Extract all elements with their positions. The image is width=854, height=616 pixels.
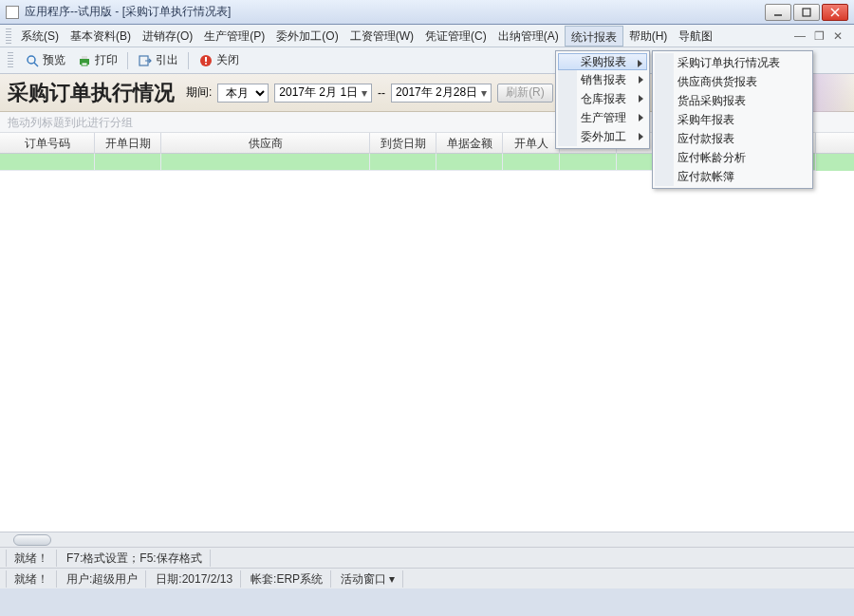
- menu-invoice[interactable]: 进销存(O): [137, 26, 198, 47]
- status-ready: 就绪！: [6, 570, 57, 588]
- close-button[interactable]: [822, 4, 848, 21]
- data-grid: 订单号码 开单日期 供应商 到货日期 单据金额 开单人 审核人 审 码: [0, 133, 854, 532]
- toolbar-grip: [8, 52, 13, 69]
- preview-label: 预览: [43, 52, 65, 68]
- date-from-input[interactable]: 2017年 2月 1日▾: [274, 84, 372, 103]
- status-ready: 就绪！: [6, 550, 57, 567]
- menu-help[interactable]: 帮助(H): [623, 26, 674, 47]
- print-icon: [77, 53, 92, 68]
- menu-bar: 系统(S) 基本资料(B) 进销存(O) 生产管理(P) 委外加工(O) 工资管…: [0, 25, 854, 47]
- period-label: 期间:: [186, 84, 212, 101]
- preview-icon: [25, 53, 40, 68]
- mi-po-execution[interactable]: 采购订单执行情况表: [655, 53, 810, 72]
- refresh-button[interactable]: 刷新(R): [497, 84, 553, 103]
- status-bar-1: 就绪！ F7:格式设置；F5:保存格式: [0, 547, 854, 568]
- submenu-production[interactable]: 生产管理: [558, 108, 647, 127]
- page-title: 采购订单执行情况: [8, 79, 175, 107]
- mdi-restore-icon[interactable]: ❐: [812, 29, 826, 43]
- status-window[interactable]: 活动窗口 ▾: [333, 570, 403, 588]
- print-button[interactable]: 打印: [73, 50, 121, 71]
- period-select[interactable]: 本月: [217, 84, 269, 103]
- col-supplier[interactable]: 供应商: [161, 133, 370, 154]
- purchase-reports-submenu: 采购订单执行情况表 供应商供货报表 货品采购报表 采购年报表 应付款报表 应付帐…: [652, 50, 813, 189]
- mi-ap-aging[interactable]: 应付帐龄分析: [655, 148, 810, 167]
- mi-ap-ledger[interactable]: 应付款帐簿: [655, 167, 810, 186]
- maximize-button[interactable]: [793, 4, 820, 21]
- status-user: 用户:超级用户: [59, 570, 146, 588]
- submenu-sales-reports[interactable]: 销售报表: [558, 70, 647, 89]
- export-button[interactable]: 引出: [134, 50, 182, 71]
- menu-system[interactable]: 系统(S): [15, 26, 65, 47]
- col-arrive-date[interactable]: 到货日期: [370, 133, 436, 154]
- close-doc-button[interactable]: 关闭: [195, 50, 243, 71]
- arrow-right-icon: [639, 133, 643, 140]
- chevron-down-icon: ▾: [481, 86, 487, 100]
- date-dash: --: [378, 86, 385, 100]
- close-doc-icon: [198, 53, 214, 68]
- status-date: 日期:2017/2/13: [148, 570, 241, 588]
- arrow-right-icon: [638, 60, 642, 67]
- submenu-outsource[interactable]: 委外加工: [558, 127, 647, 146]
- arrow-right-icon: [639, 76, 643, 84]
- toolbar-sep: [127, 52, 128, 69]
- horizontal-scrollbar[interactable]: [0, 532, 854, 547]
- status-account: 帐套:ERP系统: [243, 570, 331, 588]
- arrow-right-icon: [639, 95, 643, 103]
- date-to-input[interactable]: 2017年 2月28日▾: [391, 84, 492, 103]
- arrow-right-icon: [639, 114, 643, 121]
- chevron-down-icon: ▾: [362, 86, 367, 100]
- menu-basic[interactable]: 基本资料(B): [65, 26, 137, 47]
- menu-salary[interactable]: 工资管理(W): [344, 26, 419, 47]
- export-icon: [138, 53, 153, 68]
- svg-rect-11: [205, 57, 207, 62]
- menu-voucher[interactable]: 凭证管理(C): [419, 26, 492, 47]
- mdi-minimize-icon[interactable]: —: [793, 29, 807, 43]
- mdi-close-icon[interactable]: ✕: [831, 29, 845, 43]
- svg-point-12: [205, 63, 207, 65]
- menu-cashier[interactable]: 出纳管理(A): [492, 26, 565, 47]
- minimize-button[interactable]: [765, 4, 791, 21]
- chevron-down-icon: ▾: [389, 572, 395, 586]
- scrollbar-thumb[interactable]: [13, 534, 51, 546]
- svg-point-4: [28, 56, 35, 64]
- submenu-purchase-reports[interactable]: 采购报表: [558, 53, 647, 70]
- mi-ap-report[interactable]: 应付款报表: [655, 129, 810, 148]
- status-hint: F7:格式设置；F5:保存格式: [59, 550, 211, 567]
- menu-reports[interactable]: 统计报表: [565, 26, 623, 47]
- reports-submenu: 采购报表 销售报表 仓库报表 生产管理 委外加工: [555, 50, 650, 149]
- title-bar: 应用程序--试用版 - [采购订单执行情况表]: [0, 0, 854, 25]
- svg-rect-7: [82, 56, 87, 59]
- toolbar-sep: [188, 52, 189, 69]
- app-icon: [6, 6, 19, 19]
- export-label: 引出: [156, 52, 178, 68]
- status-bar-2: 就绪！ 用户:超级用户 日期:2017/2/13 帐套:ERP系统 活动窗口 ▾: [0, 568, 854, 588]
- window-title: 应用程序--试用版 - [采购订单执行情况表]: [25, 4, 231, 20]
- mi-purchase-year[interactable]: 采购年报表: [655, 110, 810, 129]
- submenu-warehouse-reports[interactable]: 仓库报表: [558, 89, 647, 108]
- preview-button[interactable]: 预览: [21, 50, 69, 71]
- menu-grip: [6, 28, 11, 44]
- close-doc-label: 关闭: [216, 52, 239, 68]
- svg-rect-8: [82, 63, 87, 65]
- col-order-no[interactable]: 订单号码: [0, 133, 95, 154]
- print-label: 打印: [95, 52, 118, 68]
- mi-goods-purchase[interactable]: 货品采购报表: [655, 91, 810, 110]
- svg-rect-1: [803, 9, 810, 16]
- mdi-controls: — ❐ ✕: [793, 29, 848, 43]
- mi-supplier-supply[interactable]: 供应商供货报表: [655, 72, 810, 91]
- svg-line-5: [34, 63, 38, 66]
- col-creator[interactable]: 开单人: [503, 133, 560, 154]
- col-amount[interactable]: 单据金额: [436, 133, 503, 154]
- menu-outsource[interactable]: 委外加工(O): [270, 26, 343, 47]
- menu-production[interactable]: 生产管理(P): [198, 26, 270, 47]
- menu-nav[interactable]: 导航图: [673, 26, 718, 47]
- col-open-date[interactable]: 开单日期: [95, 133, 161, 154]
